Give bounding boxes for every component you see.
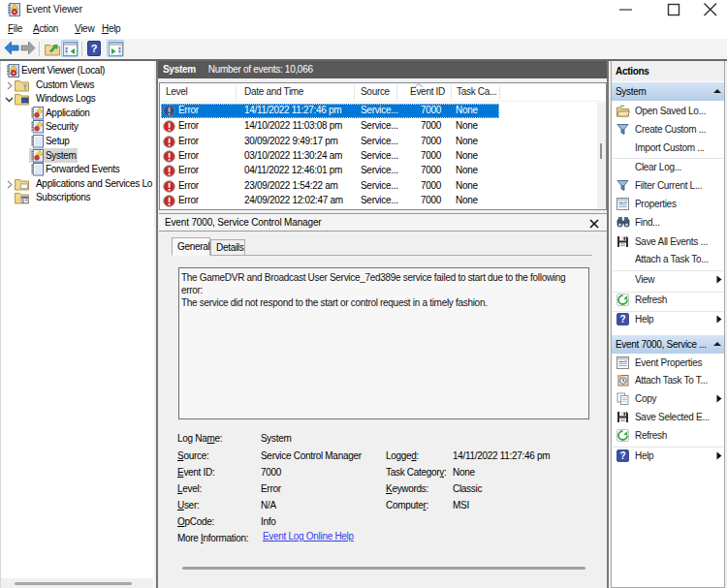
svg-text:?: ?	[91, 43, 98, 54]
svg-text:?: ?	[620, 314, 626, 325]
svg-text:?: ?	[620, 450, 626, 461]
